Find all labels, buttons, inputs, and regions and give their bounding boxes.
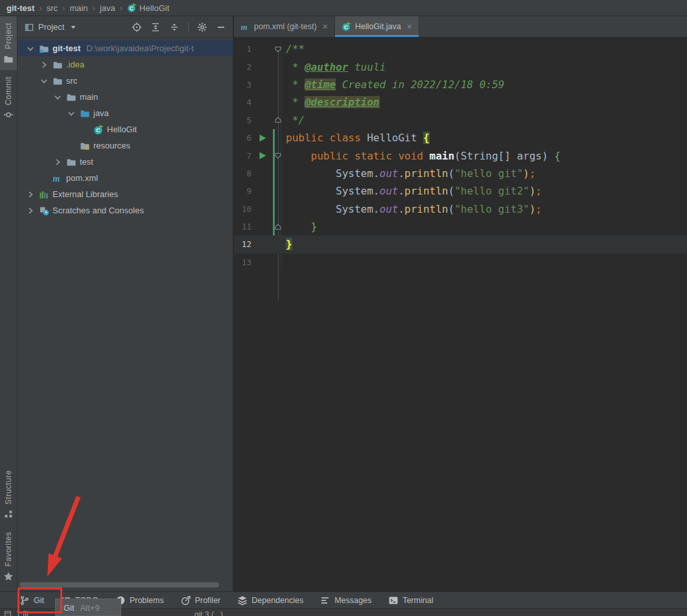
gutter-marks bbox=[251, 40, 281, 58]
code-line-2[interactable]: 2 * @author tuuli bbox=[234, 58, 687, 75]
tool-stripe-project[interactable]: Project bbox=[0, 16, 17, 70]
code-line-3[interactable]: 3 * @time Created in 2022/12/18 0:59 bbox=[234, 76, 687, 93]
tree-item-scratches-and-consoles[interactable]: Scratches and Consoles bbox=[17, 202, 233, 219]
project-panel-header: Project bbox=[17, 16, 233, 38]
chevron-right-icon[interactable] bbox=[25, 189, 36, 200]
chevron-down-icon[interactable] bbox=[39, 76, 49, 86]
breadcrumb-label: git-test bbox=[6, 3, 34, 13]
chevron-down-icon[interactable] bbox=[52, 92, 63, 102]
code-line-11[interactable]: 11 } bbox=[234, 218, 687, 235]
code-token: @time bbox=[305, 78, 336, 91]
fold-down-icon[interactable] bbox=[273, 44, 283, 54]
statusbar-button-dependencies[interactable]: Dependencies bbox=[237, 595, 303, 606]
code-line-10[interactable]: 10 System.out.println("hello git3"); bbox=[234, 200, 687, 218]
code-line-13[interactable]: 13 bbox=[234, 254, 687, 271]
tree-item-idea[interactable]: .idea bbox=[17, 56, 233, 73]
horizontal-scrollbar[interactable] bbox=[19, 582, 219, 587]
code-text: * @time Created in 2022/12/18 0:59 bbox=[281, 76, 687, 93]
tree-item-resources[interactable]: resources bbox=[17, 137, 233, 154]
code-line-12[interactable]: 12} bbox=[234, 235, 687, 253]
chevron-down-icon[interactable] bbox=[25, 43, 36, 54]
code-token: out bbox=[380, 167, 399, 180]
project-window-icon bbox=[24, 22, 34, 32]
close-icon[interactable]: × bbox=[407, 21, 412, 32]
line-number: 3 bbox=[234, 80, 251, 89]
collapse-all-icon[interactable] bbox=[169, 22, 180, 32]
gutter-marks bbox=[251, 218, 281, 235]
run-icon[interactable] bbox=[257, 150, 268, 161]
git-icon bbox=[19, 595, 30, 606]
tree-item-hellogit[interactable]: CHelloGit bbox=[17, 121, 233, 137]
editor-tab-pom-xml-git-test[interactable]: mpom.xml (git-test)× bbox=[234, 16, 335, 37]
tab-label: pom.xml (git-test) bbox=[254, 22, 317, 31]
tree-item-pom-xml[interactable]: mpom.xml bbox=[17, 170, 233, 186]
stripe-label: Favorites bbox=[4, 532, 13, 567]
tool-stripe-structure[interactable]: Structure bbox=[0, 464, 17, 525]
code-line-5[interactable]: 5 */ bbox=[234, 112, 687, 129]
statusbar-button-terminal[interactable]: Terminal bbox=[388, 595, 433, 606]
statusbar-button-git[interactable]: Git bbox=[19, 595, 44, 606]
chevron-right-icon[interactable] bbox=[39, 60, 49, 70]
statusbar-button-messages[interactable]: Messages bbox=[320, 595, 371, 606]
fold-up-icon[interactable] bbox=[273, 222, 283, 232]
expand-all-icon[interactable] bbox=[150, 22, 161, 32]
gutter-marks bbox=[251, 58, 281, 75]
chevron-right-icon[interactable] bbox=[52, 157, 63, 167]
code-token: out bbox=[380, 185, 399, 197]
code-line-7[interactable]: 7 public static void main(String[] args)… bbox=[234, 147, 687, 164]
folder-project-icon bbox=[39, 43, 49, 54]
code-line-4[interactable]: 4 * @description bbox=[234, 93, 687, 111]
breadcrumb-main[interactable]: main bbox=[69, 3, 87, 13]
code-token: } bbox=[311, 220, 318, 233]
run-icon[interactable] bbox=[257, 133, 268, 143]
code-editor[interactable]: 1/**2 * @author tuuli3 * @time Created i… bbox=[234, 38, 687, 591]
stripe-bottom-group: StructureFavorites bbox=[0, 464, 17, 591]
tool-stripe-favorites[interactable]: Favorites bbox=[0, 525, 17, 587]
chevron-down-icon[interactable] bbox=[68, 22, 78, 32]
locate-icon[interactable] bbox=[132, 22, 142, 32]
code-token: "hello git2" bbox=[454, 185, 530, 197]
code-token: @description bbox=[305, 96, 380, 108]
breadcrumb-java[interactable]: java bbox=[100, 3, 115, 13]
line-number: 5 bbox=[234, 115, 251, 125]
breadcrumb: git-test›src›main›java›CHelloGit bbox=[0, 0, 687, 16]
tree-item-src[interactable]: src bbox=[17, 73, 233, 89]
hide-icon[interactable] bbox=[216, 22, 226, 32]
code-token: . bbox=[398, 167, 404, 180]
code-line-6[interactable]: 6public class HelloGit { bbox=[234, 129, 687, 147]
chevron-right-icon[interactable] bbox=[25, 206, 36, 216]
tool-stripe-commit[interactable]: Commit bbox=[0, 70, 17, 126]
editor-tab-hellogit-java[interactable]: CHelloGit.java× bbox=[335, 16, 419, 37]
breadcrumb-git-test[interactable]: git-test bbox=[6, 3, 34, 13]
breadcrumb-hellogit[interactable]: CHelloGit bbox=[127, 3, 169, 13]
tree-item-main[interactable]: main bbox=[17, 89, 233, 105]
statusbar-button-problems[interactable]: Problems bbox=[115, 595, 164, 606]
messages-icon bbox=[320, 595, 331, 606]
settings-icon[interactable] bbox=[197, 22, 207, 32]
folder-resources-icon bbox=[80, 141, 90, 151]
close-icon[interactable]: × bbox=[323, 21, 328, 32]
code-token: } bbox=[286, 238, 292, 250]
line-number: 12 bbox=[234, 239, 251, 249]
breadcrumb-src[interactable]: src bbox=[47, 3, 58, 13]
fold-up-icon[interactable] bbox=[273, 115, 283, 125]
code-token: ) bbox=[523, 167, 530, 180]
class-icon: C bbox=[342, 22, 351, 32]
editor-tab-bar: mpom.xml (git-test)×CHelloGit.java× bbox=[234, 16, 687, 38]
code-token: . bbox=[398, 203, 404, 215]
tree-item-test[interactable]: test bbox=[17, 154, 233, 170]
tree-item-external-libraries[interactable]: External Libraries bbox=[17, 186, 233, 202]
fold-down-icon[interactable] bbox=[273, 150, 283, 161]
code-line-1[interactable]: 1/** bbox=[234, 40, 687, 58]
tree-item-git-test[interactable]: git-testD:\work\javaidea\Project\git-t bbox=[17, 40, 233, 56]
gutter-marks bbox=[251, 129, 281, 147]
breadcrumb-separator: › bbox=[62, 3, 65, 13]
code-line-9[interactable]: 9 System.out.println("hello git2"); bbox=[234, 182, 687, 200]
dependencies-icon bbox=[237, 595, 248, 606]
chevron-down-icon[interactable] bbox=[66, 108, 76, 119]
statusbar-button-profiler[interactable]: Profiler bbox=[181, 595, 221, 606]
code-line-8[interactable]: 8 System.out.println("hello git"); bbox=[234, 165, 687, 182]
tree-item-java[interactable]: java bbox=[17, 105, 233, 121]
code-text: */ bbox=[281, 112, 687, 129]
code-token: */ bbox=[286, 114, 305, 126]
